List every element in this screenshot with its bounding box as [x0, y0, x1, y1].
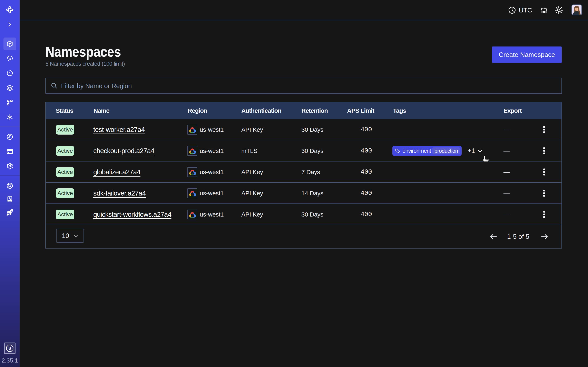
svg-text:$: $: [9, 346, 11, 350]
